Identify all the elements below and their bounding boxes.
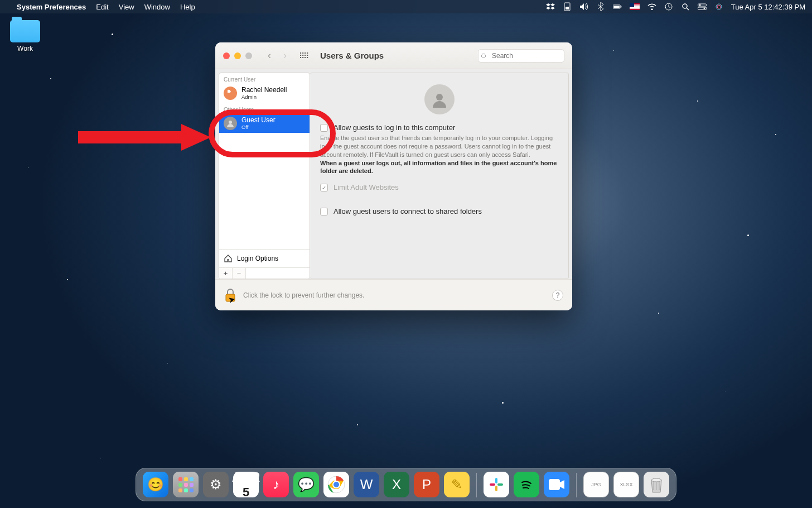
window-titlebar[interactable]: ‹ › ⠿⠿ Users & Groups [215, 42, 572, 69]
current-user-name: Rachel Needell [241, 87, 287, 94]
guest-user-settings-panel: Allow guests to log in to this computer … [310, 73, 569, 279]
dock-app-spotify[interactable] [514, 472, 539, 497]
battery-icon[interactable] [613, 2, 622, 11]
svg-rect-17 [698, 7, 707, 9]
svg-rect-26 [184, 477, 188, 481]
svg-rect-10 [630, 8, 640, 9]
svg-rect-28 [178, 483, 182, 487]
guest-user-status: Off [241, 124, 276, 131]
search-input[interactable] [478, 49, 564, 63]
star [658, 313, 659, 314]
siri-icon[interactable] [714, 2, 723, 11]
menubar: System Preferences Edit View Window Help… [0, 0, 812, 13]
dock-app-powerpoint[interactable]: P [414, 472, 439, 497]
svg-rect-3 [613, 6, 620, 8]
guest-avatar-large[interactable] [424, 84, 455, 114]
bluetooth-icon[interactable] [596, 2, 605, 11]
svg-rect-9 [630, 7, 640, 8]
svg-rect-29 [184, 483, 188, 487]
remove-user-button[interactable]: − [233, 268, 246, 279]
dock-file-jpg[interactable]: JPG [583, 472, 609, 497]
dock-app-notes[interactable]: ✎ [444, 472, 470, 497]
star [502, 402, 504, 404]
dock-app-chrome[interactable] [323, 472, 349, 497]
star [28, 167, 28, 168]
svg-rect-27 [190, 477, 194, 481]
dropbox-icon[interactable] [546, 2, 555, 11]
help-button[interactable]: ? [552, 290, 563, 301]
desktop-folder-label: Work [8, 45, 42, 52]
star [613, 50, 614, 51]
dock-app-system-preferences[interactable]: ⚙ [203, 472, 229, 497]
dock-app-calendar[interactable]: APR5 [233, 472, 259, 497]
dock-trash[interactable] [644, 472, 669, 497]
guest-user-name: Guest User [241, 117, 276, 124]
svg-rect-25 [178, 477, 182, 481]
dock-app-music[interactable]: ♪ [263, 472, 289, 497]
allow-guest-login-checkbox[interactable] [320, 124, 328, 132]
calendar-day: 5 [243, 485, 249, 500]
menu-window[interactable]: Window [144, 3, 170, 11]
lock-hint-text: Click the lock to prevent further change… [243, 291, 364, 299]
svg-point-44 [651, 478, 661, 482]
close-button[interactable] [223, 52, 230, 59]
svg-point-22 [229, 121, 232, 124]
dock-app-zoom[interactable] [544, 472, 569, 497]
menu-help[interactable]: Help [180, 3, 195, 11]
svg-rect-39 [497, 483, 503, 486]
app-menu[interactable]: System Preferences [17, 3, 86, 11]
back-button[interactable]: ‹ [264, 50, 274, 61]
annotation-arrow [72, 121, 212, 154]
menubar-clock[interactable]: Tue Apr 5 12:42:39 PM [731, 3, 805, 11]
guest-user-row[interactable]: Guest User Off [219, 114, 310, 133]
star [357, 424, 358, 425]
svg-rect-4 [621, 6, 621, 8]
dock: 😊 ⚙ APR5 ♪ 💬 W X P ✎ JPG XLSX [136, 468, 676, 501]
desktop-folder-work[interactable]: Work [8, 20, 42, 52]
dock-separator [476, 473, 477, 497]
dock-app-excel[interactable]: X [384, 472, 409, 497]
menu-edit[interactable]: Edit [96, 3, 108, 11]
dock-app-word[interactable]: W [354, 472, 379, 497]
avatar-icon [224, 117, 237, 130]
current-user-row[interactable]: Rachel Needell Admin [219, 84, 310, 103]
login-options-label: Login Options [237, 255, 278, 262]
svg-rect-11 [630, 3, 634, 7]
allow-guest-login-label: Allow guests to log in to this computer [334, 123, 455, 132]
dock-app-finder[interactable]: 😊 [143, 472, 168, 497]
minimize-button[interactable] [234, 52, 241, 59]
zoom-button[interactable] [245, 52, 252, 59]
limit-adult-label: Limit Adult Websites [334, 183, 399, 191]
login-options-row[interactable]: Login Options [219, 249, 310, 267]
star [725, 391, 726, 391]
svg-rect-15 [698, 4, 707, 6]
add-user-button[interactable]: + [219, 268, 233, 279]
svg-point-18 [703, 8, 705, 9]
calendar-month: APR [232, 469, 260, 485]
control-center-icon[interactable] [698, 2, 707, 11]
dock-file-xlsx[interactable]: XLSX [613, 472, 639, 497]
wifi-icon[interactable] [647, 2, 656, 11]
star [775, 134, 776, 135]
battery-card-icon[interactable] [563, 2, 572, 11]
spotlight-icon[interactable] [681, 2, 690, 11]
star [100, 458, 101, 458]
show-all-button[interactable]: ⠿⠿ [296, 51, 311, 60]
star [50, 78, 51, 79]
svg-rect-40 [495, 486, 497, 491]
menu-view[interactable]: View [119, 3, 134, 11]
time-machine-icon[interactable] [664, 2, 673, 11]
volume-icon[interactable] [579, 2, 588, 11]
star [67, 279, 68, 280]
window-footer: Click the lock to prevent further change… [215, 279, 572, 310]
shared-folders-checkbox[interactable] [320, 208, 328, 215]
dock-separator [576, 473, 577, 497]
users-groups-window: ‹ › ⠿⠿ Users & Groups Current User Rache… [215, 42, 572, 310]
dock-app-slack[interactable] [484, 472, 509, 497]
svg-rect-38 [495, 478, 497, 483]
svg-point-23 [436, 94, 443, 100]
dock-app-launchpad[interactable] [173, 472, 199, 497]
flag-us-icon[interactable] [630, 2, 640, 11]
dock-app-messages[interactable]: 💬 [293, 472, 319, 497]
svg-line-14 [687, 8, 689, 10]
